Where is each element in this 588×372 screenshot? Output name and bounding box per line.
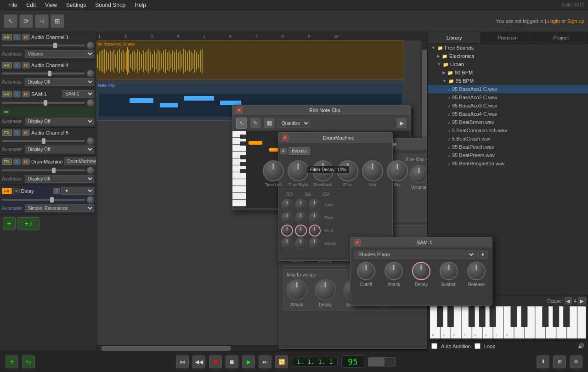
master-settings-btn[interactable]: ⚙ [570,355,582,368]
sam1-preset-btn[interactable]: ▼ [477,251,488,259]
dm-bd-decay[interactable] [281,237,293,249]
dm-time-left-knob[interactable] [263,160,284,181]
tool-split[interactable]: ⊣ [35,14,49,28]
sam1-cutoff-knob[interactable] [357,262,375,280]
drum-fx-btn[interactable]: FX [2,158,12,165]
tab-library[interactable]: Library [428,32,481,43]
ch5-fx-btn[interactable]: FX [2,130,12,136]
sine-volume-knob[interactable] [410,165,428,183]
lib-electronica[interactable]: ▶ 📁 Electronica [428,52,588,60]
dm-dry-knob[interactable] [387,160,408,181]
menu-file[interactable]: File [4,1,22,9]
sam1-m-btn[interactable]: M [22,91,30,97]
sam1-instrument-select[interactable]: SAM-1 [62,90,94,98]
transport-rewind[interactable]: ⏮ [176,355,189,368]
auto-audition-check[interactable] [431,343,437,349]
tool-grid[interactable]: ⊞ [51,14,64,28]
tab-project[interactable]: Project [535,32,588,43]
delay-expand-select[interactable]: ▼ [61,187,94,195]
loop-check[interactable] [475,343,481,349]
ch4-pan[interactable] [87,70,94,77]
enc-header[interactable]: ✕ Edit Note Clip [232,105,411,116]
sam1-release-knob[interactable] [467,262,486,280]
waveform-track[interactable]: 95 BassAco1 C.wav [96,40,404,79]
ch5-pan[interactable] [87,137,94,145]
lib-file-beatreggaeton[interactable]: ♪ 95 BeatReggaeton.wav [428,159,588,168]
dm-bypass-btn[interactable]: Bypass [288,147,310,155]
ch5-s-btn[interactable]: S [13,130,21,136]
add-track-btn[interactable]: + [3,217,16,230]
lib-file-beatpeach[interactable]: ♪ 95 BeatPeach.wav [428,143,588,151]
ch4-fx-btn[interactable]: FX [2,62,12,68]
dm-sn-pitch[interactable] [295,212,307,224]
lib-90bpm[interactable]: ▶ 📁 90 BPM [428,68,588,77]
ch4-automate-select[interactable]: Display Off Volume [25,78,94,86]
dm-wet-knob[interactable] [362,160,383,181]
delay-fx-btn[interactable]: FX [2,188,12,194]
amp-decay-knob[interactable] [315,279,336,300]
lib-file-beatbrown[interactable]: ♪ 95 BeatBrown.wav [428,118,588,126]
ch1-automate-select[interactable]: Volume Display Off [25,50,94,58]
drum-m-btn[interactable]: M [22,158,30,165]
menu-view[interactable]: View [40,1,62,9]
enc-tool-select[interactable]: ↖ [236,118,247,129]
lib-file-bassaco3[interactable]: ♪ 95 BassAco3 C.wav [428,101,588,110]
transport-play[interactable]: ▶ [242,355,255,368]
sam1-pan[interactable] [87,99,94,107]
enc-quantize-select[interactable]: Quantize 1/4 1/8 1/16 [277,119,310,128]
enc-tool-pencil[interactable]: ✎ [250,118,261,129]
dm-sn-gain[interactable] [295,199,307,211]
dm-bd-hold[interactable] [281,225,293,237]
ch4-fader[interactable] [2,73,85,74]
signup-link[interactable]: Sign up [567,18,584,24]
menu-edit[interactable]: Edit [22,1,40,9]
ch5-m-btn[interactable]: M [22,130,30,136]
lib-95bpm[interactable]: ▼ 📁 95 BPM [428,77,588,85]
sam1-automate-select[interactable]: Display Off Volume [25,118,94,125]
menu-soundshop[interactable]: Sound Shop [90,1,130,9]
drum-pan[interactable] [87,167,94,174]
drum-fader[interactable] [2,169,85,171]
dm-inner-close[interactable]: ✕ [280,148,287,154]
ch5-fader[interactable] [2,140,85,142]
ch1-fader[interactable] [2,45,85,46]
vkb-octave-up[interactable]: ▶ [578,297,586,304]
drum-automate-select[interactable]: Display Off Volume [25,175,94,183]
ch5-automate-select[interactable]: Display Off Volume [25,146,94,153]
ch4-m-btn[interactable]: M [22,62,30,68]
ch1-pan[interactable] [87,42,94,49]
master-grid-btn[interactable]: ⊞ [553,355,566,368]
lib-file-bassaco1[interactable]: ♪ 95 BassAco1 C.wav [428,85,588,93]
sam1-fader[interactable] [2,102,85,104]
sam1-fx-btn[interactable]: FX [2,91,12,97]
sam1-preset-select[interactable]: Rhodes Piano Grand Piano Electric Piano [354,250,475,259]
dm-cp-decay[interactable] [309,237,321,249]
dm-cp-hold[interactable] [309,225,321,237]
lib-file-bassaco4[interactable]: ♪ 95 BassAco4 C.wav [428,110,588,118]
delay-add-btn[interactable]: + [53,188,60,194]
sam1-attack-knob[interactable] [384,262,403,280]
bpm-bar[interactable] [368,357,396,366]
lib-urban[interactable]: ▼ 📁 Urban [428,60,588,68]
sam1-decay-knob[interactable] [412,262,430,280]
sam1-s-btn[interactable]: S [13,91,21,97]
enc-play-btn[interactable]: ▶ [396,118,407,129]
volume-icon[interactable]: 🔊 [578,343,584,349]
vkb-keys[interactable]: R S D F G H J K L [430,306,586,338]
delay-pan[interactable] [87,196,94,203]
dm-bd-pitch[interactable] [281,212,293,224]
ch4-s-btn[interactable]: S [13,62,21,68]
tool-loop[interactable]: ⟳ [19,14,33,28]
ch1-fx-btn[interactable]: FX [2,34,12,40]
tab-premium[interactable]: Premium [481,32,534,43]
master-down-btn[interactable]: ⬇ [537,355,549,368]
delay-automate-select[interactable]: Simple: Resonance Display Off [25,204,94,212]
drum-machine-close[interactable]: ✕ [282,135,288,141]
lib-file-beatcrash[interactable]: ♪ 5 BeatCrash.wav [428,135,588,143]
lib-file-bassaco2[interactable]: ♪ 95 BassAco2 C.wav [428,93,588,101]
login-link[interactable]: Login [548,18,560,24]
enc-tool-grid[interactable]: ▦ [264,118,275,129]
transport-stop[interactable]: ⏹ [226,355,238,368]
transport-forward[interactable]: ⏭ [259,355,271,368]
menu-settings[interactable]: Settings [62,1,90,9]
